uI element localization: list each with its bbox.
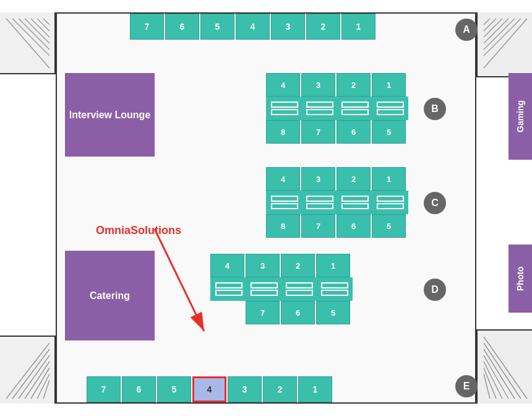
row-c-tables (266, 191, 408, 214)
table-c2 (302, 193, 337, 212)
table-b4 (373, 99, 407, 118)
booth-d6[interactable]: 6 (281, 301, 315, 324)
booth-e4-highlighted[interactable]: 4 (192, 376, 226, 402)
booth-d3[interactable]: 3 (246, 254, 280, 277)
svg-line-22 (484, 343, 521, 399)
booth-d4[interactable]: 4 (210, 254, 244, 277)
row-d-tables (210, 277, 353, 301)
row-b: 4 3 2 1 8 7 (266, 73, 408, 144)
svg-line-20 (484, 19, 490, 25)
svg-line-17 (484, 19, 508, 43)
svg-line-19 (484, 19, 496, 31)
booth-d7[interactable]: 7 (246, 301, 280, 324)
stair-top-right (476, 12, 532, 77)
table-d4 (317, 280, 351, 298)
booth-c5[interactable]: 5 (372, 214, 406, 238)
booth-a5[interactable]: 5 (200, 14, 234, 40)
booth-a6[interactable]: 6 (165, 14, 199, 40)
booth-e3[interactable]: 3 (228, 376, 262, 402)
booth-b4[interactable]: 4 (266, 73, 300, 97)
omnia-solutions-label: OmniaSolutions (96, 224, 181, 237)
catering: Catering (65, 251, 155, 340)
table-b2 (302, 99, 337, 118)
booth-d-empty (210, 301, 244, 324)
svg-line-11 (31, 368, 49, 399)
svg-line-2 (19, 19, 49, 50)
svg-line-3 (25, 19, 49, 43)
booth-b1[interactable]: 1 (372, 73, 406, 97)
svg-line-5 (37, 19, 49, 31)
svg-line-13 (43, 380, 49, 399)
circle-a: A (455, 19, 478, 41)
booth-d2[interactable]: 2 (281, 254, 315, 277)
photo-label: Photo (508, 245, 532, 313)
table-b1 (267, 99, 301, 118)
booth-e7[interactable]: 7 (87, 376, 121, 402)
booth-d1[interactable]: 1 (316, 254, 350, 277)
stair-bottom-right-icon (478, 331, 532, 404)
booth-e1[interactable]: 1 (298, 376, 332, 402)
booth-b8[interactable]: 8 (266, 120, 300, 144)
booth-a7[interactable]: 7 (130, 14, 164, 40)
stair-top-left-icon (0, 12, 56, 74)
table-b3 (338, 99, 372, 118)
booth-b5[interactable]: 5 (372, 120, 406, 144)
circle-d: D (424, 279, 446, 301)
row-b-bottom: 8 7 6 5 (266, 120, 408, 144)
booth-e5[interactable]: 5 (157, 376, 191, 402)
svg-line-6 (43, 19, 49, 25)
row-e: 7 6 5 4 3 2 1 (87, 376, 332, 402)
floor-plan: 7 6 5 4 3 2 1 A Interview Lounge 4 3 2 1 (0, 0, 532, 416)
booth-a3[interactable]: 3 (271, 14, 305, 40)
booth-c7[interactable]: 7 (301, 214, 335, 238)
booth-c2[interactable]: 2 (337, 167, 371, 191)
table-c3 (338, 193, 372, 212)
table-c4 (373, 193, 407, 212)
booth-c1[interactable]: 1 (372, 167, 406, 191)
stair-bottom-right (476, 329, 532, 404)
row-b-tables (266, 97, 408, 120)
booth-b6[interactable]: 6 (337, 120, 371, 144)
row-a: 7 6 5 4 3 2 1 (130, 14, 375, 40)
booth-b7[interactable]: 7 (301, 120, 335, 144)
svg-line-16 (484, 19, 515, 50)
booth-a4[interactable]: 4 (236, 14, 270, 40)
row-d-bottom: 7 6 5 (210, 301, 353, 324)
svg-line-21 (484, 337, 527, 399)
booth-a2[interactable]: 2 (306, 14, 340, 40)
booth-c8[interactable]: 8 (266, 214, 300, 238)
circle-c: C (424, 192, 446, 214)
gaming-label: Gaming (508, 73, 532, 160)
interview-lounge: Interview Lounge (65, 73, 155, 157)
row-c: 4 3 2 1 8 7 6 (266, 167, 408, 238)
table-d1 (212, 280, 246, 298)
booth-b3[interactable]: 3 (301, 73, 335, 97)
table-d2 (247, 280, 281, 298)
booth-a1[interactable]: 1 (341, 14, 375, 40)
circle-b: B (424, 98, 446, 120)
row-b-top: 4 3 2 1 (266, 73, 408, 97)
booth-c3[interactable]: 3 (301, 167, 335, 191)
booth-d5[interactable]: 5 (316, 301, 350, 324)
row-d: 4 3 2 1 7 6 (210, 254, 353, 324)
svg-line-10 (25, 362, 49, 399)
booth-b2[interactable]: 2 (337, 73, 371, 97)
booth-c6[interactable]: 6 (337, 214, 371, 238)
circle-e: E (455, 375, 478, 397)
svg-line-8 (12, 349, 49, 399)
table-c1 (267, 193, 301, 212)
stair-bottom-left (0, 336, 56, 404)
stair-top-right-icon (478, 12, 532, 77)
row-c-bottom: 8 7 6 5 (266, 214, 408, 238)
booth-e6[interactable]: 6 (122, 376, 156, 402)
booth-c4[interactable]: 4 (266, 167, 300, 191)
stair-bottom-left-icon (0, 337, 56, 404)
row-d-top: 4 3 2 1 (210, 254, 353, 277)
stair-top-left (0, 12, 56, 74)
row-c-top: 4 3 2 1 (266, 167, 408, 191)
booth-e2[interactable]: 2 (263, 376, 297, 402)
table-d3 (282, 280, 316, 298)
svg-line-27 (484, 374, 490, 399)
